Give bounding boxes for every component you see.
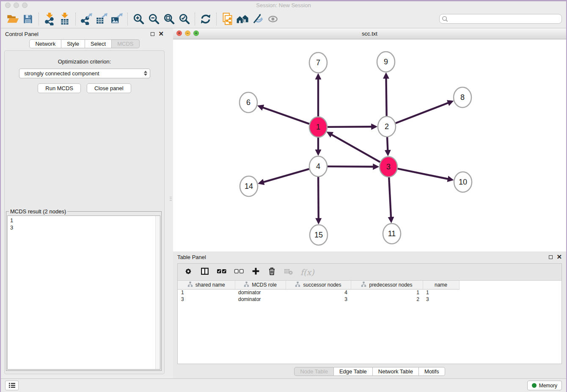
unselect-all-columns-icon[interactable] — [234, 268, 244, 277]
vertical-splitter-grip[interactable] — [170, 197, 172, 204]
graph-node-8[interactable]: 8 — [454, 87, 471, 108]
tab-select[interactable]: Select — [85, 39, 112, 48]
network-maximize-icon[interactable]: + — [193, 30, 199, 36]
graph-edge-2-8[interactable] — [396, 103, 448, 123]
tab-style[interactable]: Style — [61, 39, 85, 48]
table-row[interactable]: 1dominator411 — [178, 289, 459, 296]
graph-node-4[interactable]: 4 — [309, 156, 327, 177]
table-cell[interactable]: 3 — [423, 296, 459, 303]
import-table-icon[interactable] — [57, 11, 72, 27]
zoom-fit-icon[interactable] — [161, 11, 176, 27]
graph-edge-4-15[interactable] — [318, 177, 319, 218]
table-cell[interactable]: 3 — [178, 296, 235, 303]
open-file-icon[interactable] — [5, 11, 20, 27]
zoom-selected-icon[interactable] — [176, 11, 192, 27]
column-type-icon — [187, 282, 193, 288]
column-header-MCDS-role[interactable]: MCDS role — [235, 281, 286, 289]
network-close-icon[interactable]: × — [176, 30, 182, 36]
graph-edge-1-2[interactable] — [328, 127, 372, 127]
tab-mcds[interactable]: MCDS — [112, 39, 139, 48]
window-title: Session: New Session — [1, 2, 566, 8]
tab-edge-table[interactable]: Edge Table — [334, 367, 373, 376]
delete-columns-trash-icon[interactable] — [267, 267, 276, 278]
float-panel-icon[interactable] — [151, 32, 154, 36]
save-session-icon[interactable] — [20, 11, 36, 27]
mcds-result-text-area[interactable]: 1 3 — [7, 215, 160, 370]
toolbar-separator — [216, 13, 217, 25]
table-options-gear-icon[interactable] — [184, 267, 193, 278]
tab-motifs[interactable]: Motifs — [419, 367, 445, 376]
tab-network[interactable]: Network — [29, 39, 61, 48]
column-header-predecessor-nodes[interactable]: predecessor nodes — [351, 281, 423, 289]
close-panel-icon[interactable]: ✕ — [158, 32, 164, 36]
import-network-icon[interactable] — [42, 11, 57, 27]
create-new-column-icon[interactable] — [251, 267, 260, 277]
float-table-panel-icon[interactable] — [549, 255, 553, 259]
tab-node-table[interactable]: Node Table — [294, 367, 334, 376]
graph-node-3[interactable]: 3 — [380, 157, 397, 177]
network-window-titlebar: × − + scc.txt — [173, 28, 566, 39]
graph-node-label: 10 — [459, 178, 467, 186]
table-cell[interactable]: 2 — [351, 296, 423, 303]
select-all-columns-icon[interactable] — [217, 268, 227, 277]
network-canvas[interactable]: 1234678910111415 — [173, 39, 566, 251]
export-table-icon[interactable] — [94, 11, 109, 27]
graph-node-15[interactable]: 15 — [310, 225, 328, 245]
search-input[interactable] — [439, 14, 562, 24]
graph-node-2[interactable]: 2 — [378, 116, 396, 137]
function-builder-icon: f(x) — [300, 268, 314, 277]
column-header-name[interactable]: name — [423, 281, 459, 289]
first-neighbors-icon[interactable] — [235, 11, 250, 27]
graph-node-14[interactable]: 14 — [240, 176, 258, 196]
graph-edge-4-3[interactable] — [328, 166, 373, 167]
toolbar-separator — [127, 13, 128, 25]
graph-node-label: 2 — [385, 122, 389, 131]
run-mcds-button[interactable]: Run MCDS — [38, 83, 81, 93]
network-minimize-icon[interactable]: − — [185, 30, 190, 36]
graph-edge-2-3[interactable] — [387, 137, 388, 150]
zoom-out-icon[interactable] — [146, 11, 161, 27]
table-cell[interactable]: 3 — [286, 296, 351, 303]
graph-node-6[interactable]: 6 — [239, 92, 257, 113]
show-task-history-button[interactable] — [5, 381, 19, 390]
graph-node-9[interactable]: 9 — [377, 52, 395, 72]
graph-node-10[interactable]: 10 — [454, 172, 472, 192]
table-cell[interactable]: 1 — [423, 289, 459, 296]
memory-label: Memory — [539, 383, 557, 389]
graph-edge-3-1[interactable] — [332, 135, 380, 162]
graph-edge-3-10[interactable] — [398, 168, 448, 179]
show-column-icon[interactable] — [200, 267, 209, 278]
close-panel-button[interactable]: Close panel — [87, 83, 131, 93]
table-panel: Table Panel ✕ — [173, 251, 566, 378]
graph-edge-2-9[interactable] — [386, 78, 387, 116]
column-type-icon — [361, 282, 366, 288]
export-network-icon[interactable] — [79, 11, 94, 27]
hide-selected-icon[interactable] — [250, 11, 265, 27]
close-table-panel-icon[interactable]: ✕ — [556, 255, 562, 259]
column-header-successor-nodes[interactable]: successor nodes — [286, 281, 351, 289]
graph-node-11[interactable]: 11 — [383, 224, 401, 244]
table-cell[interactable]: dominator — [235, 289, 286, 296]
table-cell[interactable]: dominator — [235, 296, 286, 303]
graph-node-7[interactable]: 7 — [309, 52, 327, 73]
column-header-shared-name[interactable]: shared name — [178, 281, 235, 289]
zoom-in-icon[interactable] — [131, 11, 146, 27]
optimization-criterion-select[interactable]: strongly connected component — [19, 69, 150, 78]
graph-edge-4-14[interactable] — [264, 169, 309, 182]
table-cell[interactable]: 1 — [351, 289, 423, 296]
show-all-icon[interactable] — [265, 11, 281, 27]
new-network-from-selection-icon[interactable] — [220, 11, 235, 27]
apply-layout-icon[interactable] — [198, 11, 213, 27]
memory-button[interactable]: Memory — [527, 381, 562, 390]
tab-network-table[interactable]: Network Table — [373, 367, 419, 376]
table-cell[interactable]: 1 — [178, 289, 235, 296]
graph-edge-1-6[interactable] — [263, 108, 309, 124]
graph-node-label: 7 — [316, 58, 320, 67]
graph-edge-3-11[interactable] — [389, 177, 391, 217]
network-window-title: scc.txt — [173, 30, 566, 37]
table-row[interactable]: 3dominator323 — [178, 296, 459, 303]
export-image-icon[interactable] — [109, 11, 124, 27]
control-panel: Control Panel ✕ NetworkStyleSelectMCDS O… — [1, 28, 168, 378]
table-cell[interactable]: 4 — [286, 289, 351, 296]
graph-node-1[interactable]: 1 — [309, 117, 327, 137]
